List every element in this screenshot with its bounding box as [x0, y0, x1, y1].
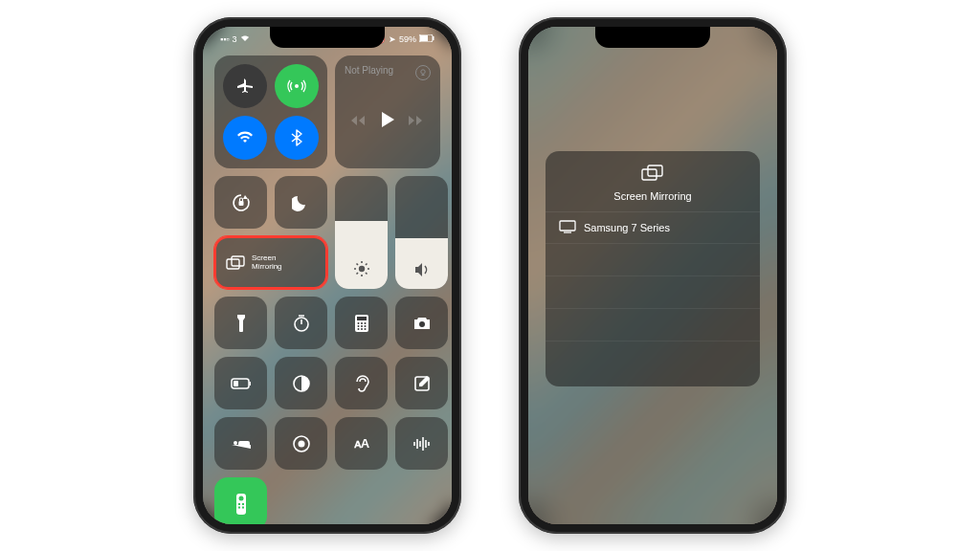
- screen-recording-button[interactable]: [275, 417, 327, 470]
- svg-point-3: [295, 84, 299, 88]
- svg-point-29: [361, 328, 363, 330]
- svg-line-15: [356, 273, 358, 275]
- screen-mirroring-icon: [641, 165, 664, 186]
- remote-icon: [236, 494, 246, 515]
- volume-icon: [413, 262, 431, 281]
- svg-rect-21: [357, 317, 367, 320]
- do-not-disturb-button[interactable]: [275, 176, 327, 229]
- svg-point-25: [357, 325, 359, 327]
- dark-mode-icon: [292, 374, 311, 393]
- svg-line-16: [366, 264, 368, 266]
- svg-point-8: [358, 266, 364, 272]
- svg-point-26: [361, 325, 363, 327]
- moon-icon: [292, 193, 311, 212]
- svg-rect-1: [420, 35, 428, 41]
- orientation-lock-icon: [231, 192, 252, 213]
- airplane-icon: [235, 77, 255, 96]
- airplane-mode-toggle[interactable]: [223, 64, 267, 108]
- empty-device-row: [546, 308, 760, 341]
- media-status-label: Not Playing: [345, 65, 393, 80]
- camera-button[interactable]: [395, 297, 448, 349]
- bed-icon: [231, 437, 252, 451]
- panel-title: Screen Mirroring: [613, 190, 691, 202]
- calculator-button[interactable]: [335, 297, 388, 349]
- svg-rect-53: [560, 221, 575, 231]
- bluetooth-icon: [287, 128, 306, 147]
- svg-rect-52: [648, 165, 662, 176]
- flashlight-button[interactable]: [214, 297, 267, 349]
- battery-percent: 59%: [399, 34, 416, 44]
- camera-icon: [412, 316, 432, 331]
- ear-icon: [354, 374, 369, 393]
- screen-mirroring-panel-screen: Screen Mirroring Samsung 7 Series: [528, 27, 777, 524]
- svg-rect-51: [642, 169, 657, 180]
- svg-point-23: [361, 322, 363, 324]
- dark-mode-button[interactable]: [275, 357, 327, 409]
- hearing-button[interactable]: [335, 357, 388, 409]
- media-play-button[interactable]: [380, 111, 395, 132]
- cellular-data-toggle[interactable]: [275, 64, 319, 108]
- svg-point-27: [364, 325, 366, 327]
- record-icon: [292, 434, 311, 453]
- svg-rect-7: [232, 256, 244, 266]
- apple-tv-remote-button[interactable]: [214, 477, 267, 524]
- wifi-toggle[interactable]: [223, 116, 267, 160]
- waveform-icon: [412, 436, 432, 452]
- compose-icon: [413, 375, 431, 392]
- screen-mirroring-button[interactable]: ScreenMirroring: [214, 236, 327, 289]
- iphone-device-left: ▪▪▫ 3 ⏰ ➤ 59%: [193, 17, 461, 534]
- svg-point-30: [364, 328, 366, 330]
- connectivity-card[interactable]: [214, 55, 327, 168]
- svg-rect-47: [238, 503, 240, 505]
- voice-memos-button[interactable]: [395, 417, 448, 470]
- empty-device-row: [546, 276, 760, 308]
- bluetooth-toggle[interactable]: [275, 116, 319, 160]
- svg-line-13: [356, 264, 358, 266]
- brightness-slider[interactable]: [335, 176, 388, 289]
- svg-rect-5: [238, 201, 243, 206]
- brightness-icon: [353, 260, 370, 281]
- svg-rect-2: [433, 36, 434, 40]
- media-next-button[interactable]: [409, 113, 424, 130]
- location-icon: ➤: [389, 34, 396, 44]
- iphone-device-right: Screen Mirroring Samsung 7 Series: [519, 17, 787, 534]
- svg-point-28: [357, 328, 359, 330]
- text-size-button[interactable]: ᴀA: [335, 417, 388, 470]
- battery-low-power-icon: [231, 378, 252, 389]
- device-name-label: Samsung 7 Series: [584, 222, 670, 233]
- notes-button[interactable]: [395, 357, 448, 409]
- media-prev-button[interactable]: [351, 113, 367, 130]
- wifi-icon: [240, 34, 250, 44]
- svg-rect-34: [234, 381, 238, 386]
- volume-slider[interactable]: [395, 176, 448, 289]
- svg-point-4: [421, 70, 425, 74]
- svg-rect-49: [238, 506, 240, 508]
- flashlight-icon: [235, 314, 247, 333]
- text-size-icon: ᴀA: [354, 436, 368, 451]
- svg-point-22: [357, 322, 359, 324]
- timer-button[interactable]: [275, 297, 327, 349]
- calculator-icon: [354, 314, 369, 333]
- svg-rect-50: [242, 506, 244, 508]
- carrier-label: 3: [233, 34, 237, 44]
- timer-icon: [292, 314, 311, 333]
- cellular-icon: [287, 77, 306, 96]
- orientation-lock-button[interactable]: [214, 176, 267, 229]
- sleep-mode-button[interactable]: [214, 417, 267, 470]
- airplay-icon[interactable]: [415, 65, 431, 80]
- wifi-icon: [235, 128, 255, 147]
- low-power-mode-button[interactable]: [214, 357, 267, 409]
- notch: [270, 27, 385, 48]
- battery-icon: [419, 34, 434, 44]
- screen-mirroring-icon: [226, 255, 245, 271]
- screen-control-center: ▪▪▫ 3 ⏰ ➤ 59%: [203, 27, 452, 524]
- empty-device-row: [546, 243, 760, 276]
- screen-mirroring-label: ScreenMirroring: [252, 254, 282, 272]
- notch: [595, 27, 710, 48]
- empty-device-row: [546, 341, 760, 373]
- signal-icon: ▪▪▫: [220, 34, 230, 44]
- mirroring-device-row[interactable]: Samsung 7 Series: [546, 211, 760, 243]
- tv-icon: [559, 220, 576, 235]
- svg-line-14: [366, 273, 368, 275]
- media-card[interactable]: Not Playing: [335, 55, 440, 168]
